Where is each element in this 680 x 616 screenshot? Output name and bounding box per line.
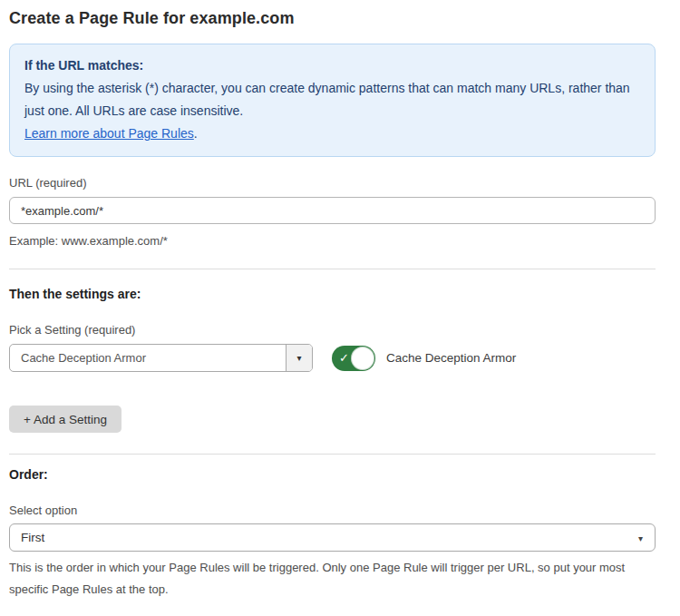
check-icon: ✓ xyxy=(339,351,349,365)
setting-select[interactable]: Cache Deception Armor ▾ xyxy=(9,344,313,372)
setting-select-caret-button[interactable]: ▾ xyxy=(286,345,312,371)
setting-picker-label: Pick a Setting (required) xyxy=(9,323,656,337)
order-helper-text: This is the order in which your Page Rul… xyxy=(9,557,656,601)
order-select-value: First xyxy=(21,531,44,544)
setting-toggle[interactable]: ✓ xyxy=(332,346,375,371)
caret-down-icon: ▾ xyxy=(638,533,643,543)
url-example-helper: Example: www.example.com/* xyxy=(9,230,656,252)
order-select-label: Select option xyxy=(9,504,656,517)
info-box-body: By using the asterisk (*) character, you… xyxy=(24,77,640,122)
caret-down-icon: ▾ xyxy=(296,353,301,363)
toggle-knob xyxy=(351,347,374,370)
add-setting-button[interactable]: + Add a Setting xyxy=(9,406,121,433)
setting-toggle-label: Cache Deception Armor xyxy=(386,351,516,365)
info-box-link-line: Learn more about Page Rules. xyxy=(24,122,640,145)
setting-select-value: Cache Deception Armor xyxy=(10,345,286,371)
link-period: . xyxy=(194,126,198,141)
order-select[interactable]: First ▾ xyxy=(9,523,656,552)
divider xyxy=(9,454,656,455)
page-title: Create a Page Rule for example.com xyxy=(9,9,656,28)
url-input[interactable] xyxy=(9,197,656,224)
page-rule-form: Create a Page Rule for example.com If th… xyxy=(9,0,656,616)
setting-row: Cache Deception Armor ▾ ✓ Cache Deceptio… xyxy=(9,344,656,372)
url-match-info-box: If the URL matches: By using the asteris… xyxy=(9,44,656,157)
divider xyxy=(9,269,656,269)
url-field-label: URL (required) xyxy=(9,176,656,190)
order-section-heading: Order: xyxy=(9,467,656,482)
learn-more-link[interactable]: Learn more about Page Rules xyxy=(24,126,194,141)
settings-section-heading: Then the settings are: xyxy=(9,287,656,301)
info-box-heading: If the URL matches: xyxy=(24,54,640,77)
